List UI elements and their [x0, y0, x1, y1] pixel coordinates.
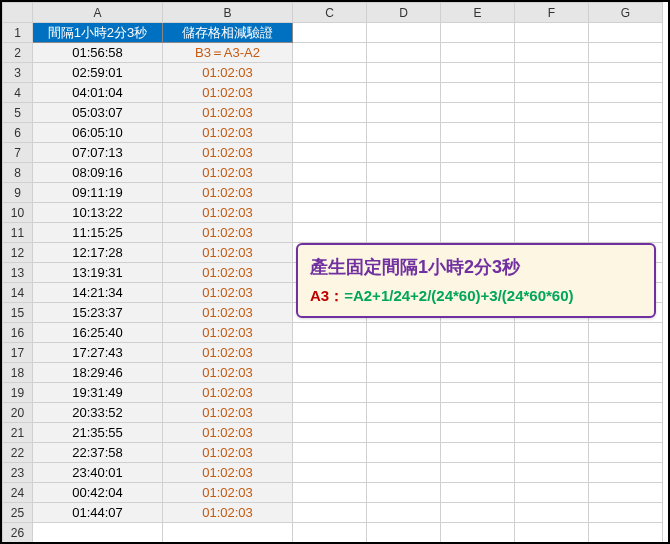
- cell[interactable]: [367, 63, 441, 83]
- cell-col-b[interactable]: 01:02:03: [163, 363, 293, 383]
- cell[interactable]: [441, 63, 515, 83]
- cell[interactable]: [589, 363, 663, 383]
- cell-col-b[interactable]: 01:02:03: [163, 203, 293, 223]
- row-header[interactable]: 23: [3, 463, 33, 483]
- col-header-e[interactable]: E: [441, 3, 515, 23]
- cell-col-a[interactable]: 18:29:46: [33, 363, 163, 383]
- row-header[interactable]: 8: [3, 163, 33, 183]
- cell[interactable]: [515, 23, 589, 43]
- cell-col-b[interactable]: 01:02:03: [163, 63, 293, 83]
- cell[interactable]: [293, 23, 367, 43]
- cell[interactable]: [441, 443, 515, 463]
- row-header[interactable]: 4: [3, 83, 33, 103]
- row-header[interactable]: 14: [3, 283, 33, 303]
- cell[interactable]: [367, 423, 441, 443]
- cell[interactable]: [293, 143, 367, 163]
- cell-col-a[interactable]: 16:25:40: [33, 323, 163, 343]
- cell[interactable]: [441, 403, 515, 423]
- cell-col-a[interactable]: 14:21:34: [33, 283, 163, 303]
- cell[interactable]: [441, 523, 515, 543]
- cell-col-b[interactable]: 01:02:03: [163, 443, 293, 463]
- cell[interactable]: [441, 43, 515, 63]
- cell[interactable]: [515, 203, 589, 223]
- cell[interactable]: [515, 383, 589, 403]
- cell-col-b[interactable]: 01:02:03: [163, 223, 293, 243]
- cell[interactable]: [367, 383, 441, 403]
- cell[interactable]: [589, 323, 663, 343]
- cell[interactable]: [441, 103, 515, 123]
- cell-col-a[interactable]: 15:23:37: [33, 303, 163, 323]
- cell[interactable]: [293, 223, 367, 243]
- cell[interactable]: [589, 183, 663, 203]
- cell[interactable]: [441, 223, 515, 243]
- cell[interactable]: [293, 383, 367, 403]
- cell-col-a[interactable]: 05:03:07: [33, 103, 163, 123]
- cell-col-b[interactable]: 01:02:03: [163, 323, 293, 343]
- row-header[interactable]: 20: [3, 403, 33, 423]
- cell-col-b[interactable]: 01:02:03: [163, 243, 293, 263]
- cell-col-a[interactable]: 04:01:04: [33, 83, 163, 103]
- cell[interactable]: [589, 383, 663, 403]
- cell[interactable]: [515, 363, 589, 383]
- cell[interactable]: [441, 483, 515, 503]
- cell-col-b[interactable]: 01:02:03: [163, 383, 293, 403]
- cell[interactable]: [441, 123, 515, 143]
- row-header[interactable]: 16: [3, 323, 33, 343]
- cell-col-a[interactable]: 01:56:58: [33, 43, 163, 63]
- cell[interactable]: [441, 203, 515, 223]
- row-header[interactable]: 6: [3, 123, 33, 143]
- cell-col-b[interactable]: 01:02:03: [163, 163, 293, 183]
- cell[interactable]: [293, 463, 367, 483]
- cell[interactable]: [441, 363, 515, 383]
- cell[interactable]: [515, 223, 589, 243]
- row-header[interactable]: 12: [3, 243, 33, 263]
- col-header-a[interactable]: A: [33, 3, 163, 23]
- cell-col-a[interactable]: 11:15:25: [33, 223, 163, 243]
- cell[interactable]: [367, 123, 441, 143]
- cell-col-a[interactable]: 21:35:55: [33, 423, 163, 443]
- cell[interactable]: [441, 423, 515, 443]
- cell[interactable]: [589, 523, 663, 543]
- cell-col-a[interactable]: 17:27:43: [33, 343, 163, 363]
- cell[interactable]: [293, 443, 367, 463]
- cell[interactable]: [367, 483, 441, 503]
- cell[interactable]: [515, 123, 589, 143]
- cell-col-b[interactable]: 01:02:03: [163, 483, 293, 503]
- cell[interactable]: [293, 123, 367, 143]
- cell[interactable]: [367, 463, 441, 483]
- cell-col-b[interactable]: 01:02:03: [163, 103, 293, 123]
- cell[interactable]: [515, 443, 589, 463]
- cell[interactable]: [441, 323, 515, 343]
- row-header[interactable]: 25: [3, 503, 33, 523]
- header-cell-a1[interactable]: 間隔1小時2分3秒: [33, 23, 163, 43]
- cell-col-a[interactable]: 23:40:01: [33, 463, 163, 483]
- cell[interactable]: [515, 183, 589, 203]
- cell[interactable]: [293, 403, 367, 423]
- cell[interactable]: [441, 343, 515, 363]
- cell[interactable]: [367, 323, 441, 343]
- cell[interactable]: [515, 63, 589, 83]
- cell[interactable]: [293, 423, 367, 443]
- row-header[interactable]: 10: [3, 203, 33, 223]
- cell-col-a[interactable]: 00:42:04: [33, 483, 163, 503]
- select-all-corner[interactable]: [3, 3, 33, 23]
- cell[interactable]: [441, 383, 515, 403]
- cell[interactable]: [589, 503, 663, 523]
- cell[interactable]: [589, 423, 663, 443]
- row-header[interactable]: 5: [3, 103, 33, 123]
- cell-col-a[interactable]: 13:19:31: [33, 263, 163, 283]
- cell[interactable]: [589, 483, 663, 503]
- col-header-b[interactable]: B: [163, 3, 293, 23]
- cell[interactable]: [441, 503, 515, 523]
- cell[interactable]: [367, 183, 441, 203]
- row-header[interactable]: 17: [3, 343, 33, 363]
- cell-col-b[interactable]: 01:02:03: [163, 423, 293, 443]
- col-header-d[interactable]: D: [367, 3, 441, 23]
- cell-col-a[interactable]: 08:09:16: [33, 163, 163, 183]
- cell[interactable]: [293, 203, 367, 223]
- cell[interactable]: [515, 503, 589, 523]
- cell[interactable]: [293, 83, 367, 103]
- cell[interactable]: [293, 523, 367, 543]
- cell[interactable]: [589, 223, 663, 243]
- cell[interactable]: [589, 23, 663, 43]
